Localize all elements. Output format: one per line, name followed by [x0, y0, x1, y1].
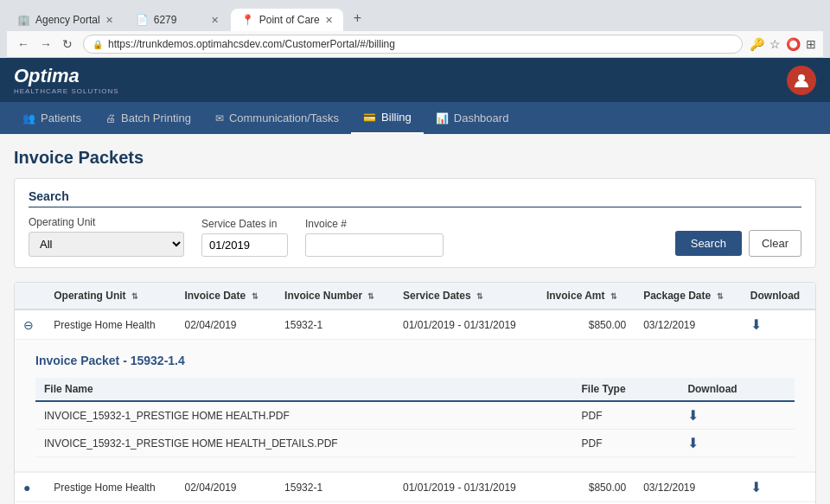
patients-icon: 👥	[22, 112, 35, 124]
tab-close-icon[interactable]: ✕	[105, 15, 113, 26]
invoice-label: Invoice #	[305, 218, 444, 230]
download-icon[interactable]: ⬇	[750, 480, 762, 494]
inner-table-row: INVOICE_15932-1_PRESTIGE HOME HEALTH.PDF…	[35, 401, 795, 430]
logo: Optima HEALTHCARE SOLUTIONS	[14, 65, 119, 95]
download-icon[interactable]: ⬇	[750, 317, 762, 332]
cell-download[interactable]: ⬇	[742, 473, 815, 502]
nav-batch-printing[interactable]: 🖨 Batch Printing	[93, 103, 203, 133]
tab-icon: 📄	[136, 14, 149, 26]
cell-download[interactable]: ⬇	[742, 309, 815, 340]
th-operating-unit[interactable]: Operating Unit ⇅	[45, 283, 176, 309]
th-invoice-date[interactable]: Invoice Date ⇅	[176, 283, 276, 309]
row-expand-cell[interactable]: ⊖	[15, 309, 45, 340]
tab-icon: 📍	[241, 14, 254, 26]
svg-point-0	[798, 74, 805, 81]
operating-unit-label: Operating Unit	[29, 216, 184, 228]
search-button[interactable]: Search	[675, 231, 742, 256]
browser-nav-buttons: ← → ↻	[14, 35, 76, 53]
inner-th-download: Download	[679, 378, 795, 401]
cell-invoice-number: 15932-1	[276, 309, 394, 340]
cell-invoice-amt: $850.00	[538, 309, 635, 340]
expanded-section: Invoice Packet - 15932-1.4 File Name Fil…	[15, 340, 815, 472]
cell-package-date: 03/12/2019	[635, 473, 742, 502]
invoice-input[interactable]	[305, 233, 444, 257]
forward-button[interactable]: →	[36, 35, 55, 53]
page-title: Invoice Packets	[14, 148, 816, 168]
nav-patients[interactable]: 👥 Patients	[10, 103, 93, 133]
service-dates-input[interactable]	[201, 233, 288, 257]
inner-th-file-type: File Type	[572, 378, 679, 401]
expanded-row: Invoice Packet - 15932-1.4 File Name Fil…	[15, 340, 815, 473]
cell-service-dates: 01/01/2019 - 01/31/2019	[394, 309, 538, 340]
avatar[interactable]	[787, 66, 816, 95]
inner-cell-file-name: INVOICE_15932-1_PRESTIGE HOME HEALTH.PDF	[35, 401, 572, 430]
inner-cell-file-type: PDF	[572, 401, 679, 430]
nav-communication[interactable]: ✉ Communication/Tasks	[203, 103, 351, 133]
cell-operating-unit: Prestige Home Health	[45, 473, 176, 502]
row-expand-cell[interactable]: ●	[15, 473, 45, 502]
th-service-dates[interactable]: Service Dates ⇅	[394, 283, 538, 309]
tab-label: Agency Portal	[35, 14, 100, 26]
nav-billing[interactable]: 💳 Billing	[351, 102, 424, 134]
expand-icon[interactable]: ⊖	[23, 318, 34, 332]
mail-icon: ✉	[215, 112, 224, 124]
sort-icon: ⇅	[367, 292, 374, 301]
cell-invoice-number: 15932-1	[276, 473, 394, 502]
sort-icon: ⇅	[717, 292, 724, 301]
new-tab-button[interactable]: +	[345, 5, 370, 31]
invoice-table-container: Operating Unit ⇅ Invoice Date ⇅ Invoice …	[14, 282, 816, 504]
expanded-title: Invoice Packet - 15932-1.4	[35, 354, 795, 367]
print-icon: 🖨	[105, 112, 116, 124]
inner-cell-file-name: INVOICE_15932-1_PRESTIGE HOME HEALTH_DET…	[35, 430, 572, 457]
opera-icon: ⭕	[786, 37, 801, 51]
grid-icon: ⊞	[806, 37, 816, 51]
lock-icon: 🔒	[93, 40, 103, 49]
star-icon[interactable]: ☆	[769, 37, 781, 51]
nav-dashboard[interactable]: 📊 Dashboard	[424, 103, 521, 133]
cell-invoice-date: 02/04/2019	[176, 309, 276, 340]
th-invoice-number[interactable]: Invoice Number ⇅	[276, 283, 394, 309]
tab-bar: 🏢 Agency Portal ✕ 📄 6279 ✕ 📍 Point of Ca…	[7, 5, 823, 31]
browser-chrome: 🏢 Agency Portal ✕ 📄 6279 ✕ 📍 Point of Ca…	[0, 0, 830, 58]
tab-close-icon[interactable]: ✕	[325, 15, 333, 26]
inner-cell-download[interactable]: ⬇	[679, 401, 795, 430]
inner-cell-download[interactable]: ⬇	[679, 430, 795, 457]
tab-6279[interactable]: 📄 6279 ✕	[125, 9, 229, 31]
back-button[interactable]: ←	[14, 35, 33, 53]
invoice-table: Operating Unit ⇅ Invoice Date ⇅ Invoice …	[15, 283, 815, 504]
url-field[interactable]: 🔒 https://trunkdemos.optimahcsdev.com/Cu…	[83, 35, 743, 54]
header-right	[787, 66, 816, 95]
operating-unit-field-group: Operating Unit All	[29, 216, 184, 257]
table-row: ⊖ Prestige Home Health 02/04/2019 15932-…	[15, 309, 815, 340]
cell-invoice-date: 02/04/2019	[176, 473, 276, 502]
sort-icon: ⇅	[476, 292, 483, 301]
tab-label: Point of Care	[259, 14, 320, 26]
browser-action-icons: 🔑 ☆ ⭕ ⊞	[750, 37, 816, 51]
inner-cell-file-type: PDF	[572, 430, 679, 457]
tab-close-icon[interactable]: ✕	[211, 15, 219, 26]
clear-button[interactable]: Clear	[749, 230, 801, 257]
th-download: Download	[742, 283, 815, 309]
inner-table-header-row: File Name File Type Download	[35, 378, 795, 401]
tab-icon: 🏢	[17, 14, 30, 26]
expand-circle-icon[interactable]: ●	[23, 481, 30, 494]
address-bar: ← → ↻ 🔒 https://trunkdemos.optimahcsdev.…	[7, 31, 823, 58]
service-dates-field-group: Service Dates in	[201, 218, 288, 257]
app-nav: 👥 Patients 🖨 Batch Printing ✉ Communicat…	[0, 102, 830, 134]
table-header-row: Operating Unit ⇅ Invoice Date ⇅ Invoice …	[15, 283, 815, 309]
operating-unit-select[interactable]: All	[29, 232, 184, 257]
refresh-button[interactable]: ↻	[59, 35, 76, 53]
download-icon[interactable]: ⬇	[687, 436, 699, 450]
tab-point-of-care[interactable]: 📍 Point of Care ✕	[231, 9, 343, 31]
download-icon[interactable]: ⬇	[687, 408, 699, 423]
key-icon: 🔑	[750, 37, 764, 51]
search-box: Search Operating Unit All Service Dates …	[14, 178, 816, 268]
service-dates-label: Service Dates in	[201, 218, 288, 230]
th-invoice-amt[interactable]: Invoice Amt ⇅	[538, 283, 635, 309]
th-package-date[interactable]: Package Date ⇅	[635, 283, 742, 309]
tab-label: 6279	[154, 14, 177, 26]
tab-agency-portal[interactable]: 🏢 Agency Portal ✕	[7, 9, 124, 31]
search-box-title: Search	[29, 189, 801, 207]
inner-table: File Name File Type Download INVOICE_159…	[35, 378, 795, 457]
search-actions: Search Clear	[675, 230, 801, 257]
